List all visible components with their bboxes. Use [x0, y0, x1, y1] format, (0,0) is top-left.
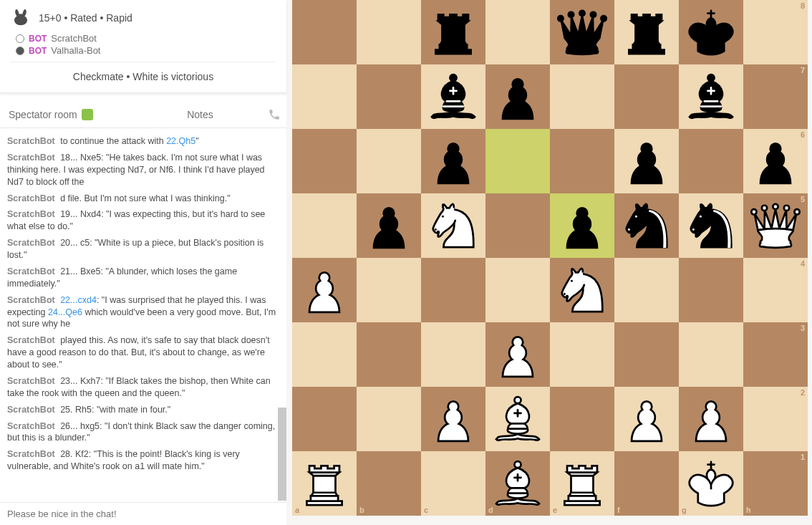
- piece-white-r-e1[interactable]: [553, 454, 612, 516]
- rank-label-1: 1: [801, 453, 805, 461]
- square-b7[interactable]: [357, 64, 421, 129]
- square-a2[interactable]: [292, 387, 357, 451]
- chat-message: ScratchBot 21... Bxe5: "A blunder, which…: [7, 266, 279, 290]
- square-c1[interactable]: c: [421, 451, 485, 516]
- bot-label-white: BOT: [29, 34, 47, 44]
- piece-white-p-g2[interactable]: [682, 390, 740, 451]
- square-a7[interactable]: [292, 64, 357, 129]
- chat-area[interactable]: ScratchBot to continue the attack with 2…: [0, 128, 286, 502]
- square-h7[interactable]: 7: [743, 64, 808, 129]
- piece-black-k-g8[interactable]: [682, 3, 740, 64]
- square-c4[interactable]: [421, 258, 485, 322]
- square-b2[interactable]: [357, 387, 421, 451]
- chat-message: ScratchBot 19... Nxd4: "I was expecting …: [7, 208, 279, 233]
- square-f4[interactable]: [614, 258, 679, 322]
- square-b4[interactable]: [357, 258, 421, 322]
- square-d6[interactable]: [485, 129, 550, 193]
- chat-message: ScratchBot 18... Nxe5: "He takes back. I…: [7, 152, 279, 188]
- square-h2[interactable]: 2: [743, 387, 808, 451]
- piece-black-r-c8[interactable]: [424, 3, 483, 64]
- piece-white-r-a1[interactable]: [295, 454, 354, 516]
- svg-point-13: [751, 209, 756, 214]
- rank-label-2: 2: [801, 388, 805, 397]
- piece-black-p-d7[interactable]: [488, 67, 547, 129]
- svg-point-12: [700, 216, 702, 218]
- square-a6[interactable]: [292, 129, 357, 193]
- piece-black-p-h6[interactable]: [746, 132, 805, 193]
- piece-black-p-c6[interactable]: [424, 132, 483, 193]
- piece-white-n-e4[interactable]: [553, 261, 612, 322]
- white-player-name: ScratchBot: [51, 33, 97, 44]
- square-c3[interactable]: [421, 322, 485, 387]
- chat-scrollbar-thumb[interactable]: [278, 408, 286, 501]
- chat-input[interactable]: [6, 506, 281, 522]
- square-h1[interactable]: h1: [743, 451, 808, 516]
- square-h3[interactable]: 3: [743, 322, 808, 387]
- piece-white-n-c5[interactable]: [424, 196, 483, 258]
- piece-white-p-d3[interactable]: [488, 325, 547, 387]
- svg-point-4: [601, 16, 606, 21]
- piece-black-n-g5[interactable]: [682, 196, 740, 258]
- piece-black-n-f5[interactable]: [617, 196, 676, 258]
- piece-black-p-f6[interactable]: [617, 132, 676, 193]
- game-title: 15+0 • Rated • Rapid: [39, 12, 132, 24]
- square-e2[interactable]: [550, 387, 614, 451]
- square-g3[interactable]: [679, 322, 743, 387]
- square-h4[interactable]: 4: [743, 258, 808, 322]
- game-header: 15+0 • Rated • Rapid BOT ScratchBot BOT …: [0, 0, 286, 93]
- svg-point-3: [591, 12, 596, 17]
- piece-white-p-c2[interactable]: [424, 390, 483, 451]
- square-f1[interactable]: f: [614, 451, 679, 516]
- black-player-row[interactable]: BOT Valhalla-Bot: [16, 45, 276, 56]
- piece-black-b-g7[interactable]: [682, 67, 740, 129]
- piece-white-k-g1[interactable]: [682, 454, 740, 516]
- chat-message: ScratchBot 25. Rh5: "with mate in four.": [7, 404, 279, 416]
- square-d8[interactable]: [485, 0, 550, 64]
- chat-message: ScratchBot 22...cxd4: "I was surprised t…: [7, 294, 279, 331]
- svg-point-17: [794, 209, 799, 214]
- piece-black-p-b5[interactable]: [359, 196, 418, 258]
- piece-white-q-h5[interactable]: [746, 196, 805, 258]
- svg-point-2: [579, 11, 584, 16]
- square-b8[interactable]: [357, 0, 421, 64]
- tab-notes[interactable]: Notes: [135, 105, 265, 125]
- file-label-f: f: [617, 506, 620, 514]
- white-player-row[interactable]: BOT ScratchBot: [16, 33, 276, 44]
- phone-icon[interactable]: [268, 108, 281, 121]
- piece-white-b-d1[interactable]: [488, 454, 547, 516]
- chess-board[interactable]: 8765432abcdefgh1: [292, 0, 808, 516]
- chat-message: ScratchBot 20... c5: "White is up a piec…: [7, 237, 279, 261]
- square-a8[interactable]: [292, 0, 357, 64]
- square-d4[interactable]: [485, 258, 550, 322]
- square-f7[interactable]: [614, 64, 679, 129]
- square-d5[interactable]: [485, 193, 550, 258]
- square-g4[interactable]: [679, 258, 743, 322]
- square-a3[interactable]: [292, 322, 357, 387]
- square-b1[interactable]: b: [357, 451, 421, 516]
- square-h8[interactable]: 8: [743, 0, 808, 64]
- piece-black-p-e5[interactable]: [553, 196, 612, 258]
- presence-indicator: [82, 109, 93, 120]
- piece-black-q-e8[interactable]: [553, 3, 612, 64]
- tab-spectator[interactable]: Spectator room: [6, 105, 135, 125]
- chat-message: ScratchBot 28. Kf2: "This is the point! …: [7, 448, 279, 473]
- svg-point-5: [450, 74, 456, 81]
- piece-black-r-f8[interactable]: [617, 3, 676, 64]
- square-b3[interactable]: [357, 322, 421, 387]
- piece-white-b-d2[interactable]: [488, 390, 547, 451]
- square-a5[interactable]: [292, 193, 357, 258]
- piece-white-p-a4[interactable]: [295, 261, 354, 322]
- square-f3[interactable]: [614, 322, 679, 387]
- title-row: 15+0 • Rated • Rapid: [10, 7, 276, 29]
- square-g6[interactable]: [679, 129, 743, 193]
- chat-message: ScratchBot played this. As now, it's saf…: [7, 334, 279, 371]
- chat-input-row: [0, 502, 286, 525]
- piece-black-b-c7[interactable]: [424, 67, 483, 129]
- chat-message: ScratchBot d file. But I'm not sure what…: [7, 193, 279, 205]
- square-e3[interactable]: [550, 322, 614, 387]
- piece-white-p-f2[interactable]: [617, 390, 676, 451]
- square-e7[interactable]: [550, 64, 614, 129]
- square-e6[interactable]: [550, 129, 614, 193]
- square-b6[interactable]: [357, 129, 421, 193]
- tab-spectator-label: Spectator room: [9, 109, 77, 120]
